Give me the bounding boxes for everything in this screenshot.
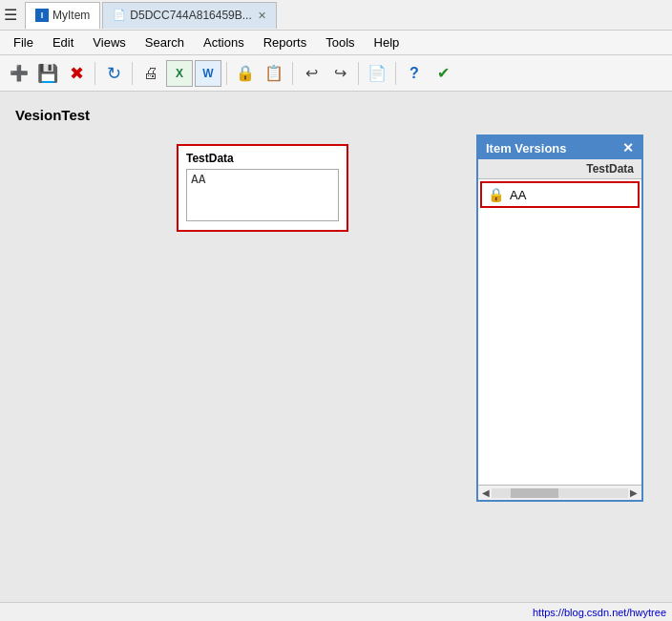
item-versions-panel: Item Versions ✕ TestData 🔒 AA ◀ ▶	[476, 135, 643, 502]
lock-button[interactable]: 🔒	[232, 60, 259, 87]
hamburger-icon[interactable]: ☰	[4, 6, 17, 24]
separator-2	[132, 62, 133, 85]
separator-4	[292, 62, 293, 85]
scroll-thumb[interactable]	[511, 488, 558, 498]
testdata-label: TestData	[186, 152, 339, 165]
word-button[interactable]: W	[195, 60, 221, 87]
panel-row[interactable]: 🔒 AA	[480, 181, 640, 208]
panel-close-button[interactable]: ✕	[622, 140, 634, 155]
panel-body: 🔒 AA	[478, 179, 641, 485]
panel-header: Item Versions ✕	[478, 136, 641, 159]
panel-title: Item Versions	[486, 141, 567, 155]
excel-button[interactable]: X	[166, 60, 193, 87]
status-url: https://blog.csdn.net/hwytree	[533, 607, 666, 618]
scroll-track	[492, 488, 628, 498]
toolbar: ➕ 💾 ✖ ↻ 🖨 X W 🔒 📋 ↩ ↪ 📄 ? ✔	[0, 55, 672, 92]
refresh-button[interactable]: ↻	[100, 60, 127, 87]
separator-5	[358, 62, 359, 85]
myitem-tab-label: MyItem	[52, 9, 90, 22]
separator-3	[226, 62, 227, 85]
undo-button[interactable]: ↩	[298, 60, 325, 87]
content-area: VesionTest TestData AA Item Versions ✕ T…	[0, 92, 672, 602]
panel-column-header: TestData	[478, 159, 641, 179]
checkout-button[interactable]: 📋	[261, 60, 287, 87]
menu-actions[interactable]: Actions	[194, 32, 254, 53]
separator-1	[94, 62, 95, 85]
check-button[interactable]: ✔	[430, 60, 456, 87]
menu-tools[interactable]: Tools	[316, 32, 364, 53]
title-bar: ☰ I MyItem 📄 D5DCC744A816459B... ✕	[0, 0, 672, 31]
menu-edit[interactable]: Edit	[43, 32, 83, 53]
menu-views[interactable]: Views	[83, 32, 135, 53]
tab-doc[interactable]: 📄 D5DCC744A816459B... ✕	[102, 2, 276, 29]
redo-button[interactable]: ↪	[326, 60, 353, 87]
scroll-right-arrow[interactable]: ▶	[628, 487, 640, 498]
tab-myitem[interactable]: I MyItem	[25, 2, 100, 29]
cancel-button[interactable]: ✖	[63, 60, 90, 87]
testdata-textarea[interactable]: AA	[186, 169, 339, 221]
status-bar: https://blog.csdn.net/hwytree	[0, 602, 672, 621]
myitem-app-icon: I	[35, 9, 49, 22]
menu-help[interactable]: Help	[365, 32, 410, 53]
copy-button[interactable]: 📄	[364, 60, 390, 87]
help-button[interactable]: ?	[401, 60, 428, 87]
lock-icon: 🔒	[488, 187, 504, 202]
menu-file[interactable]: File	[4, 32, 43, 53]
menu-bar: File Edit Views Search Actions Reports T…	[0, 31, 672, 55]
doc-tab-close[interactable]: ✕	[258, 10, 266, 22]
menu-reports[interactable]: Reports	[254, 32, 317, 53]
panel-scrollbar: ◀ ▶	[478, 485, 641, 500]
row-value: AA	[510, 188, 526, 202]
testdata-field-container: TestData AA	[177, 144, 348, 232]
doc-icon: 📄	[113, 9, 126, 22]
separator-6	[395, 62, 396, 85]
print-button[interactable]: 🖨	[137, 60, 164, 87]
page-title: VesionTest	[15, 107, 657, 123]
save-button[interactable]: 💾	[34, 60, 61, 87]
add-button[interactable]: ➕	[6, 60, 32, 87]
menu-search[interactable]: Search	[136, 32, 194, 53]
doc-tab-label: D5DCC744A816459B...	[130, 9, 251, 22]
scroll-left-arrow[interactable]: ◀	[480, 487, 492, 498]
